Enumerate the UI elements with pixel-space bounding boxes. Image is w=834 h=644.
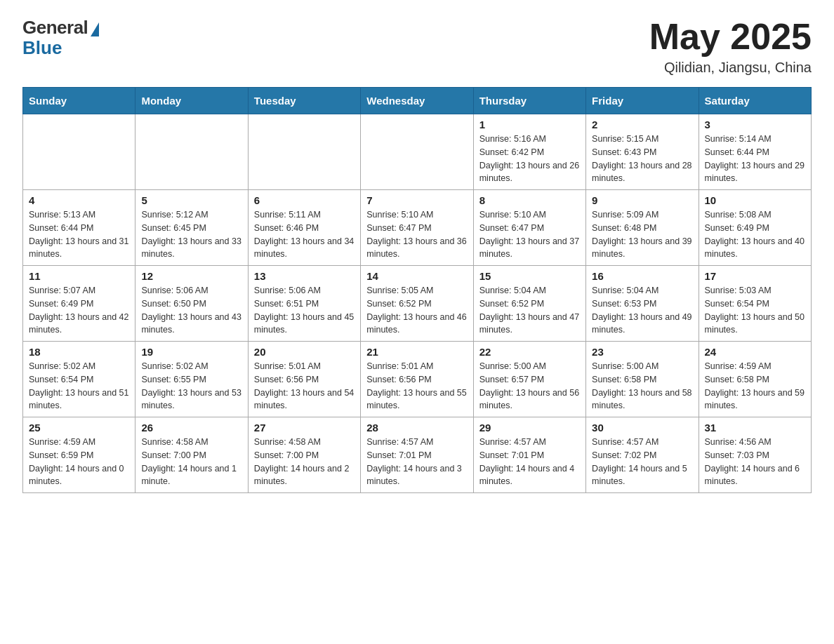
day-number: 26 — [141, 422, 241, 434]
day-number: 11 — [29, 270, 129, 282]
calendar-cell: 6Sunrise: 5:11 AM Sunset: 6:46 PM Daylig… — [248, 190, 360, 266]
day-info-text: Sunrise: 4:58 AM Sunset: 7:00 PM Dayligh… — [254, 436, 355, 488]
calendar-cell: 29Sunrise: 4:57 AM Sunset: 7:01 PM Dayli… — [473, 417, 585, 493]
calendar-cell — [361, 114, 473, 190]
calendar-cell: 25Sunrise: 4:59 AM Sunset: 6:59 PM Dayli… — [23, 417, 135, 493]
calendar-header-row: SundayMondayTuesdayWednesdayThursdayFrid… — [23, 88, 812, 114]
calendar-cell: 20Sunrise: 5:01 AM Sunset: 6:56 PM Dayli… — [248, 342, 360, 417]
location-text: Qilidian, Jiangsu, China — [649, 60, 812, 76]
day-number: 2 — [592, 119, 692, 130]
calendar-cell: 4Sunrise: 5:13 AM Sunset: 6:44 PM Daylig… — [23, 190, 135, 266]
calendar-cell: 30Sunrise: 4:57 AM Sunset: 7:02 PM Dayli… — [586, 417, 699, 493]
day-of-week-header: Saturday — [699, 88, 811, 114]
day-of-week-header: Thursday — [473, 88, 585, 114]
calendar-cell: 15Sunrise: 5:04 AM Sunset: 6:52 PM Dayli… — [473, 266, 585, 342]
calendar-cell: 8Sunrise: 5:10 AM Sunset: 6:47 PM Daylig… — [473, 190, 585, 266]
day-info-text: Sunrise: 5:14 AM Sunset: 6:44 PM Dayligh… — [705, 133, 805, 185]
day-info-text: Sunrise: 5:12 AM Sunset: 6:45 PM Dayligh… — [141, 208, 241, 261]
day-info-text: Sunrise: 5:08 AM Sunset: 6:49 PM Dayligh… — [705, 208, 805, 261]
day-info-text: Sunrise: 5:06 AM Sunset: 6:51 PM Dayligh… — [254, 284, 355, 337]
day-number: 13 — [254, 270, 355, 282]
day-info-text: Sunrise: 5:01 AM Sunset: 6:56 PM Dayligh… — [254, 360, 355, 412]
calendar-cell: 23Sunrise: 5:00 AM Sunset: 6:58 PM Dayli… — [586, 342, 699, 417]
calendar-week-row: 18Sunrise: 5:02 AM Sunset: 6:54 PM Dayli… — [23, 342, 812, 417]
day-number: 25 — [29, 422, 129, 434]
calendar-cell: 31Sunrise: 4:56 AM Sunset: 7:03 PM Dayli… — [699, 417, 811, 493]
calendar-cell: 10Sunrise: 5:08 AM Sunset: 6:49 PM Dayli… — [699, 190, 811, 266]
calendar-week-row: 4Sunrise: 5:13 AM Sunset: 6:44 PM Daylig… — [23, 190, 812, 266]
day-number: 17 — [705, 270, 805, 282]
day-info-text: Sunrise: 5:09 AM Sunset: 6:48 PM Dayligh… — [592, 208, 692, 261]
day-number: 18 — [29, 346, 129, 358]
calendar-cell: 19Sunrise: 5:02 AM Sunset: 6:55 PM Dayli… — [135, 342, 248, 417]
day-number: 1 — [479, 119, 580, 130]
calendar-cell: 18Sunrise: 5:02 AM Sunset: 6:54 PM Dayli… — [23, 342, 135, 417]
day-info-text: Sunrise: 4:57 AM Sunset: 7:01 PM Dayligh… — [366, 436, 467, 488]
calendar-cell: 13Sunrise: 5:06 AM Sunset: 6:51 PM Dayli… — [248, 266, 360, 342]
day-number: 19 — [141, 346, 241, 358]
calendar-cell: 7Sunrise: 5:10 AM Sunset: 6:47 PM Daylig… — [361, 190, 473, 266]
calendar-week-row: 11Sunrise: 5:07 AM Sunset: 6:49 PM Dayli… — [23, 266, 812, 342]
day-number: 30 — [592, 422, 692, 434]
logo: General Blue — [22, 17, 99, 59]
day-info-text: Sunrise: 4:57 AM Sunset: 7:01 PM Dayligh… — [479, 436, 580, 488]
calendar-cell: 3Sunrise: 5:14 AM Sunset: 6:44 PM Daylig… — [699, 114, 811, 190]
calendar-cell: 22Sunrise: 5:00 AM Sunset: 6:57 PM Dayli… — [473, 342, 585, 417]
month-title: May 2025 — [649, 17, 812, 57]
day-of-week-header: Monday — [135, 88, 248, 114]
day-of-week-header: Sunday — [23, 88, 135, 114]
day-info-text: Sunrise: 5:10 AM Sunset: 6:47 PM Dayligh… — [479, 208, 580, 261]
day-info-text: Sunrise: 5:02 AM Sunset: 6:55 PM Dayligh… — [141, 360, 241, 412]
day-number: 21 — [366, 346, 467, 358]
day-number: 20 — [254, 346, 355, 358]
page-header: General Blue May 2025 Qilidian, Jiangsu,… — [22, 17, 812, 76]
calendar-cell: 26Sunrise: 4:58 AM Sunset: 7:00 PM Dayli… — [135, 417, 248, 493]
day-info-text: Sunrise: 5:15 AM Sunset: 6:43 PM Dayligh… — [592, 133, 692, 185]
day-number: 28 — [366, 422, 467, 434]
logo-triangle-icon — [91, 22, 99, 36]
title-block: May 2025 Qilidian, Jiangsu, China — [649, 17, 812, 76]
day-info-text: Sunrise: 5:07 AM Sunset: 6:49 PM Dayligh… — [29, 284, 129, 337]
calendar-table: SundayMondayTuesdayWednesdayThursdayFrid… — [22, 87, 812, 493]
calendar-cell: 5Sunrise: 5:12 AM Sunset: 6:45 PM Daylig… — [135, 190, 248, 266]
calendar-cell: 17Sunrise: 5:03 AM Sunset: 6:54 PM Dayli… — [699, 266, 811, 342]
day-number: 7 — [366, 194, 467, 206]
day-info-text: Sunrise: 5:02 AM Sunset: 6:54 PM Dayligh… — [29, 360, 129, 412]
day-number: 4 — [29, 194, 129, 206]
day-number: 16 — [592, 270, 692, 282]
calendar-cell: 14Sunrise: 5:05 AM Sunset: 6:52 PM Dayli… — [361, 266, 473, 342]
day-info-text: Sunrise: 5:04 AM Sunset: 6:53 PM Dayligh… — [592, 284, 692, 337]
day-number: 12 — [141, 270, 241, 282]
day-info-text: Sunrise: 4:57 AM Sunset: 7:02 PM Dayligh… — [592, 436, 692, 488]
day-info-text: Sunrise: 5:00 AM Sunset: 6:57 PM Dayligh… — [479, 360, 580, 412]
calendar-cell: 27Sunrise: 4:58 AM Sunset: 7:00 PM Dayli… — [248, 417, 360, 493]
calendar-cell: 16Sunrise: 5:04 AM Sunset: 6:53 PM Dayli… — [586, 266, 699, 342]
calendar-week-row: 1Sunrise: 5:16 AM Sunset: 6:42 PM Daylig… — [23, 114, 812, 190]
calendar-cell — [135, 114, 248, 190]
calendar-cell — [23, 114, 135, 190]
day-number: 5 — [141, 194, 241, 206]
day-info-text: Sunrise: 5:05 AM Sunset: 6:52 PM Dayligh… — [366, 284, 467, 337]
day-info-text: Sunrise: 4:59 AM Sunset: 6:58 PM Dayligh… — [705, 360, 805, 412]
day-number: 14 — [366, 270, 467, 282]
day-info-text: Sunrise: 5:16 AM Sunset: 6:42 PM Dayligh… — [479, 133, 580, 185]
day-number: 6 — [254, 194, 355, 206]
day-of-week-header: Wednesday — [361, 88, 473, 114]
day-info-text: Sunrise: 5:11 AM Sunset: 6:46 PM Dayligh… — [254, 208, 355, 261]
calendar-cell — [248, 114, 360, 190]
day-number: 29 — [479, 422, 580, 434]
day-number: 24 — [705, 346, 805, 358]
day-info-text: Sunrise: 5:00 AM Sunset: 6:58 PM Dayligh… — [592, 360, 692, 412]
day-number: 31 — [705, 422, 805, 434]
day-info-text: Sunrise: 4:59 AM Sunset: 6:59 PM Dayligh… — [29, 436, 129, 488]
day-number: 15 — [479, 270, 580, 282]
day-info-text: Sunrise: 5:10 AM Sunset: 6:47 PM Dayligh… — [366, 208, 467, 261]
day-number: 9 — [592, 194, 692, 206]
day-info-text: Sunrise: 4:56 AM Sunset: 7:03 PM Dayligh… — [705, 436, 805, 488]
day-number: 8 — [479, 194, 580, 206]
day-info-text: Sunrise: 5:01 AM Sunset: 6:56 PM Dayligh… — [366, 360, 467, 412]
day-of-week-header: Friday — [586, 88, 699, 114]
day-info-text: Sunrise: 5:03 AM Sunset: 6:54 PM Dayligh… — [705, 284, 805, 337]
calendar-cell: 21Sunrise: 5:01 AM Sunset: 6:56 PM Dayli… — [361, 342, 473, 417]
calendar-cell: 2Sunrise: 5:15 AM Sunset: 6:43 PM Daylig… — [586, 114, 699, 190]
